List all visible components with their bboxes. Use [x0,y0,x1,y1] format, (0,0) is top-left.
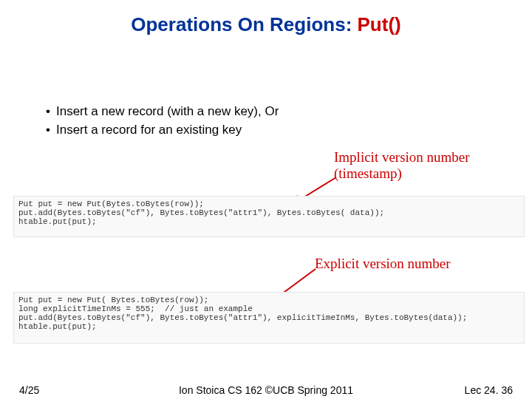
annotation-line: Implicit version number [334,149,532,166]
bullet-item: •Insert a record for an existing key [46,122,279,139]
slide: Operations On Regions: Put() •Insert a n… [0,0,532,399]
code-text: Put put = new Put( Bytes.toBytes(row)); … [18,296,467,331]
annotation-line: (timestamp) [334,166,532,182]
code-block-explicit: Put put = new Put( Bytes.toBytes(row)); … [13,292,525,344]
slide-title: Operations On Regions: Put() [0,13,532,36]
bullet-item: •Insert a new record (with a new key), O… [46,103,279,120]
code-text: Put put = new Put(Bytes.toBytes(row)); p… [18,200,384,226]
footer-page: Lec 24. 36 [465,384,513,396]
bullet-text: Insert a new record (with a new key), Or [56,104,279,118]
bullet-text: Insert a record for an existing key [56,123,242,137]
bullet-list: •Insert a new record (with a new key), O… [46,103,279,140]
annotation-line: Explicit version number [315,256,451,271]
code-block-implicit: Put put = new Put(Bytes.toBytes(row)); p… [13,196,525,237]
footer-attribution: Ion Stoica CS 162 ©UCB Spring 2011 [0,384,532,396]
bullet-icon: • [46,123,50,137]
title-accent: Put() [358,13,401,35]
annotation-implicit: Implicit version number (timestamp) [334,149,532,182]
bullet-icon: • [46,104,50,118]
annotation-explicit: Explicit version number [315,256,522,272]
title-main: Operations On Regions: [131,13,357,35]
